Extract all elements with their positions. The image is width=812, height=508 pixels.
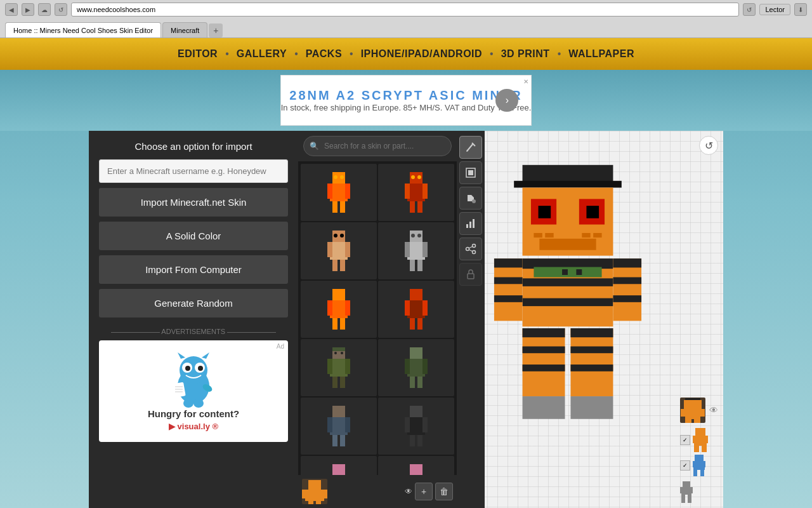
reload-button[interactable]: ↺ [55, 3, 67, 16]
svg-rect-217 [693, 470, 697, 476]
svg-rect-177 [523, 278, 613, 286]
svg-rect-45 [422, 242, 428, 257]
back-button[interactable]: ◀ [5, 3, 18, 16]
svg-rect-68 [332, 347, 345, 351]
list-item[interactable] [301, 281, 377, 338]
list-item[interactable] [378, 281, 454, 338]
svg-rect-204 [700, 409, 705, 417]
share-tool[interactable] [459, 237, 482, 260]
refresh-button[interactable]: ↺ [743, 3, 756, 16]
skin-thumbnail [405, 464, 428, 475]
list-item[interactable] [378, 398, 454, 455]
nav-packs[interactable]: PACKS [298, 48, 350, 60]
list-item[interactable] [301, 456, 377, 475]
nav-3dprint[interactable]: 3D PRINT [494, 48, 558, 60]
forward-button[interactable]: ▶ [22, 3, 34, 16]
search-bar: 🔍 [298, 131, 457, 161]
lock-tool[interactable] [459, 263, 482, 286]
tab-minecraft[interactable]: Minecraft [162, 22, 207, 37]
import-minecraft-button[interactable]: Import Minecraft.net Skin [99, 188, 288, 217]
list-item[interactable] [378, 456, 454, 475]
svg-rect-194 [523, 396, 565, 419]
svg-rect-83 [410, 406, 422, 417]
svg-rect-61 [417, 318, 422, 330]
left-ad-banner: Ad [99, 340, 288, 442]
solid-color-button[interactable]: A Solid Color [99, 222, 288, 250]
skin-display [488, 144, 647, 470]
stamp-tool[interactable] [459, 161, 482, 184]
layer1-checkbox[interactable]: ✓ [680, 435, 690, 445]
ads-hungry-title: Hungry for content? [148, 408, 239, 419]
stats-tool[interactable] [459, 212, 482, 235]
svg-rect-80 [345, 417, 350, 432]
svg-rect-79 [327, 417, 332, 432]
svg-rect-219 [683, 481, 690, 487]
import-computer-button[interactable]: Import From Computer [99, 255, 288, 284]
svg-line-148 [467, 144, 473, 151]
download-button[interactable]: ⬇ [794, 3, 807, 16]
tab-skin-editor[interactable]: Home :: Miners Need Cool Shoes Skin Edit… [5, 22, 161, 37]
search-input[interactable] [303, 136, 452, 156]
svg-rect-21 [340, 201, 345, 213]
add-skin-button[interactable]: + [415, 483, 433, 500]
svg-rect-76 [417, 377, 422, 388]
svg-rect-20 [332, 201, 337, 213]
svg-rect-203 [681, 409, 686, 417]
new-tab-button[interactable]: + [209, 23, 223, 37]
svg-rect-88 [417, 435, 422, 446]
svg-rect-183 [494, 258, 523, 267]
list-item[interactable] [301, 222, 377, 279]
chart-icon [465, 218, 476, 229]
preview-thumbnail [302, 479, 327, 504]
pencil-tool[interactable] [459, 136, 482, 159]
ad-title: 28NM A2 SCRYPT ASIC MINER [281, 88, 532, 103]
share-icon [465, 243, 476, 255]
svg-rect-162 [468, 274, 474, 279]
ad-close[interactable]: ✕ [523, 78, 528, 85]
svg-rect-63 [330, 359, 348, 377]
svg-rect-169 [586, 206, 599, 218]
refresh-editor-button[interactable]: ↺ [699, 136, 718, 155]
generate-random-button[interactable]: Generate Random [99, 289, 288, 318]
preview-controls: 👁 ✓ ✓ [680, 398, 718, 503]
list-item[interactable] [301, 398, 377, 455]
username-input[interactable] [99, 159, 288, 183]
fill-tool[interactable] [459, 187, 482, 210]
svg-rect-82 [340, 435, 345, 446]
svg-rect-174 [539, 239, 596, 250]
lock-icon [465, 269, 476, 280]
delete-skin-button[interactable]: 🗑 [435, 483, 453, 500]
svg-rect-57 [407, 300, 425, 318]
svg-rect-81 [332, 435, 337, 446]
svg-rect-155 [469, 222, 471, 228]
nav-mobile[interactable]: IPHONE/IPAD/ANDROID [353, 48, 490, 60]
address-bar[interactable] [71, 3, 739, 17]
svg-rect-51 [330, 300, 348, 318]
svg-rect-198 [570, 364, 613, 371]
svg-rect-172 [582, 233, 590, 237]
svg-rect-212 [702, 446, 707, 452]
ads-logo[interactable]: ▶ visual.ly ® [169, 422, 218, 431]
lector-button[interactable]: Lector [759, 4, 790, 15]
svg-point-49 [417, 234, 421, 237]
svg-rect-193 [523, 364, 565, 371]
minecraft-skin-svg [488, 142, 647, 472]
list-item[interactable] [301, 339, 377, 396]
list-item[interactable] [378, 222, 454, 279]
skin-thumbnail [327, 347, 350, 388]
list-item[interactable] [378, 339, 454, 396]
nav-editor[interactable]: EDITOR [170, 48, 225, 60]
list-item[interactable] [301, 164, 377, 221]
mini-preview-thumbnail [680, 398, 705, 423]
svg-rect-171 [545, 233, 553, 237]
list-item[interactable] [378, 164, 454, 221]
cloud-button[interactable]: ☁ [38, 3, 51, 16]
svg-rect-163 [523, 165, 613, 182]
svg-point-41 [340, 234, 344, 237]
svg-rect-46 [410, 260, 415, 271]
nav-gallery[interactable]: GALLERY [229, 48, 294, 60]
skin-grid [298, 161, 457, 475]
svg-rect-58 [405, 300, 410, 316]
layer2-checkbox[interactable]: ✓ [680, 460, 690, 471]
nav-wallpaper[interactable]: WALLPAPER [561, 48, 642, 60]
